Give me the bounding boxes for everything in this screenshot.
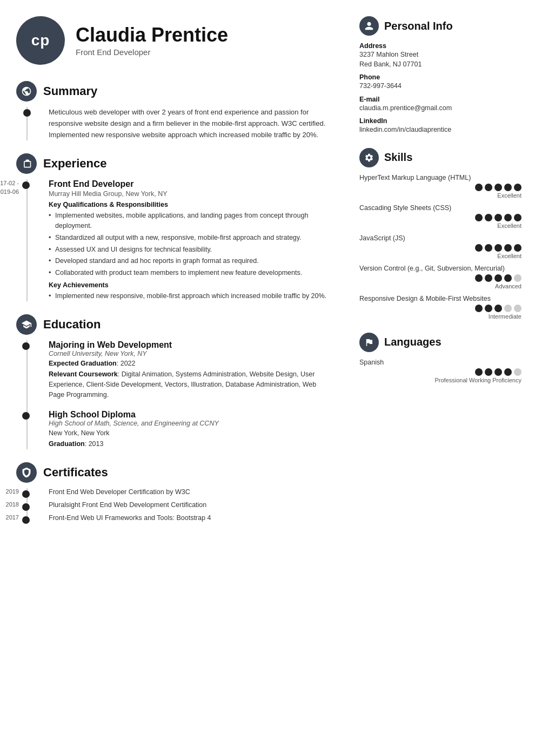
skill-dots-4 (359, 305, 521, 312)
skill-dots-1 (359, 214, 521, 221)
phone-value: 732-997-3644 (359, 82, 521, 91)
exp-company: Murray Hill Media Group, New York, NY (49, 190, 330, 198)
lang-dots-0 (359, 368, 521, 376)
personal-info-header: Personal Info (359, 16, 521, 36)
header-text: Claudia Prentice Front End Developer (76, 24, 228, 57)
linkedin-value: linkedin.com/in/claudiaprentice (359, 125, 521, 135)
skill-dot-1-1 (485, 214, 492, 221)
exp-achievements: Implemented new responsive, mobile-first… (49, 291, 330, 301)
skill-name-2: JavaScript (JS) (359, 234, 521, 242)
certificates-timeline: 2019 Front End Web Developer Certificati… (16, 488, 330, 522)
address-line2: Red Bank, NJ 07701 (359, 60, 521, 70)
person-icon (364, 21, 374, 31)
edu-school-1: High School of Math, Science, and Engine… (49, 420, 330, 427)
summary-content: Meticulous web developer with over 2 yea… (16, 107, 330, 140)
exp-sub-heading-2: Key Achievements (49, 281, 330, 289)
exp-resp-3: Developed standard and ad hoc reports in… (49, 256, 330, 266)
skill-dot-2-3 (504, 244, 512, 252)
left-column: cp Claudia Prentice Front End Developer … (0, 0, 346, 756)
education-section: Education Majoring in Web Development Co… (16, 314, 330, 450)
skill-item-3: Version Control (e.g., Git, Subversion, … (359, 265, 521, 289)
personal-info-icon (359, 16, 379, 36)
skill-item-1: Cascading Style Sheets (CSS)Excellent (359, 204, 521, 229)
skill-level-3: Advanced (359, 283, 521, 289)
lang-dot-0-1 (485, 368, 492, 376)
cert-item-2: 2017 Front-End Web UI Frameworks and Too… (49, 514, 330, 522)
edu-dot-1 (22, 412, 30, 420)
skill-dot-1-4 (514, 214, 521, 221)
skill-dot-0-4 (514, 184, 521, 191)
edu-dot-0 (22, 342, 30, 350)
skills-icon (359, 148, 379, 167)
summary-dot (23, 109, 31, 117)
experience-title: Experience (43, 157, 106, 171)
skill-dot-2-0 (475, 244, 483, 252)
skill-name-4: Responsive Design & Mobile-First Website… (359, 295, 521, 302)
certificate-icon (21, 467, 32, 478)
skill-dot-3-2 (494, 274, 502, 282)
skill-dot-3-3 (504, 274, 512, 282)
skill-dot-0-1 (485, 184, 492, 191)
skill-dot-1-3 (504, 214, 512, 221)
skill-name-0: HyperText Markup Language (HTML) (359, 174, 521, 181)
skill-dot-4-2 (494, 305, 502, 312)
skill-dot-2-2 (494, 244, 502, 252)
skill-dot-2-4 (514, 244, 521, 252)
certificates-icon (16, 462, 37, 483)
cert-dot-1 (22, 503, 30, 511)
cert-dot-2 (22, 516, 30, 524)
briefcase-icon (21, 158, 32, 169)
exp-ach-0: Implemented new responsive, mobile-first… (49, 291, 330, 301)
candidate-name: Claudia Prentice (76, 24, 228, 46)
header: cp Claudia Prentice Front End Developer (16, 16, 330, 65)
lang-dot-0-0 (475, 368, 483, 376)
skill-dot-1-2 (494, 214, 502, 221)
edu-item-1: High School Diploma High School of Math,… (49, 410, 330, 450)
skills-container: HyperText Markup Language (HTML)Excellen… (359, 174, 521, 320)
exp-resp-1: Standardized all output with a new, resp… (49, 233, 330, 243)
education-icon (16, 314, 37, 335)
exp-responsibilities: Implemented websites, mobile application… (49, 211, 330, 278)
lang-name-0: Spanish (359, 359, 521, 366)
experience-header: Experience (16, 153, 330, 174)
cert-text-2: Front-End Web UI Frameworks and Tools: B… (49, 514, 330, 522)
personal-info-section: Personal Info Address 3237 Mahlon Street… (359, 16, 521, 135)
skill-dot-0-3 (504, 184, 512, 191)
certificates-header: Certificates (16, 462, 330, 483)
skill-dot-3-4 (514, 274, 521, 282)
exp-sub-heading-1: Key Qualifications & Responsibilities (49, 201, 330, 208)
skill-dots-2 (359, 244, 521, 252)
cert-item-1: 2018 Pluralsight Front End Web Developme… (49, 501, 330, 509)
skill-item-2: JavaScript (JS)Excellent (359, 234, 521, 259)
exp-resp-2: Assessed UX and UI designs for technical… (49, 245, 330, 255)
education-timeline: Majoring in Web Development Cornell Univ… (16, 340, 330, 450)
candidate-subtitle: Front End Developer (76, 48, 228, 57)
edu-graduation-1: Graduation: 2013 (49, 439, 330, 449)
skill-dot-4-3 (504, 305, 512, 312)
cert-year-0: 2019 (0, 488, 19, 495)
summary-icon (16, 81, 37, 102)
right-column: Personal Info Address 3237 Mahlon Street… (346, 0, 535, 756)
page: cp Claudia Prentice Front End Developer … (0, 0, 535, 756)
summary-title: Summary (43, 84, 97, 98)
skill-item-0: HyperText Markup Language (HTML)Excellen… (359, 174, 521, 199)
skill-dots-3 (359, 274, 521, 282)
edu-item-0: Majoring in Web Development Cornell Univ… (49, 340, 330, 400)
address-label: Address (359, 42, 521, 50)
languages-container: SpanishProfessional Working Proficiency (359, 359, 521, 383)
languages-header: Languages (359, 333, 521, 352)
skill-level-2: Excellent (359, 253, 521, 259)
lang-dot-0-3 (504, 368, 512, 376)
cert-text-1: Pluralsight Front End Web Development Ce… (49, 501, 330, 509)
skill-name-3: Version Control (e.g., Git, Subversion, … (359, 265, 521, 272)
skills-title: Skills (384, 151, 412, 164)
skills-section: Skills HyperText Markup Language (HTML)E… (359, 148, 521, 320)
skill-level-0: Excellent (359, 192, 521, 199)
skill-level-1: Excellent (359, 222, 521, 229)
gear-icon (364, 153, 374, 163)
edu-coursework-0: Relevant Coursework: Digital Animation, … (49, 369, 330, 400)
skill-name-1: Cascading Style Sheets (CSS) (359, 204, 521, 212)
skill-dot-0-0 (475, 184, 483, 191)
certificates-section: Certificates 2019 Front End Web Develope… (16, 462, 330, 522)
graduation-icon (21, 319, 32, 330)
